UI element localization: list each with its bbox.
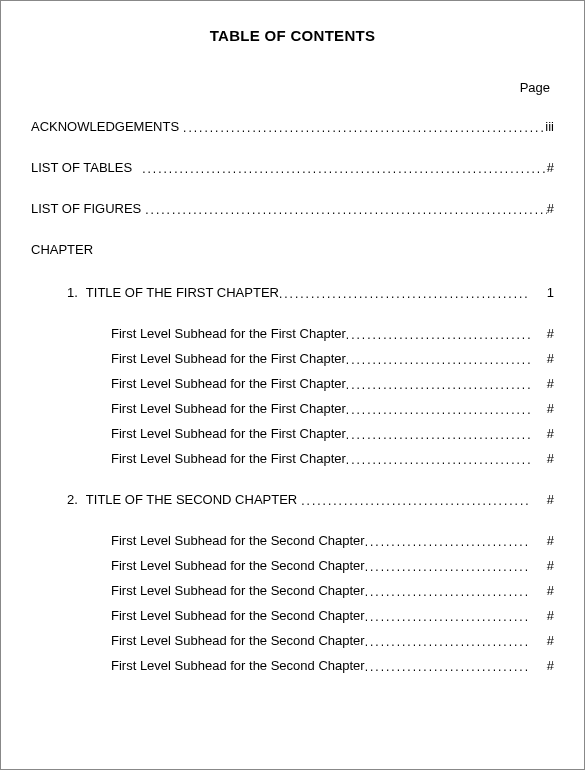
subhead-group: First Level Subhead for the First Chapte… (31, 326, 554, 466)
subhead-label: First Level Subhead for the Second Chapt… (111, 583, 365, 598)
subhead-label: First Level Subhead for the Second Chapt… (111, 533, 365, 548)
chapter-heading: CHAPTER (31, 242, 554, 257)
chapter-block: 2. TITLE OF THE SECOND CHAPTER # First L… (31, 492, 554, 673)
subhead-entry: First Level Subhead for the Second Chapt… (111, 533, 554, 548)
subhead-group: First Level Subhead for the Second Chapt… (31, 533, 554, 673)
subhead-entry: First Level Subhead for the Second Chapt… (111, 658, 554, 673)
toc-entry: LIST OF TABLES # (31, 160, 554, 175)
chapter-title: TITLE OF THE SECOND CHAPTER (86, 492, 297, 507)
dot-leader (365, 585, 530, 599)
subhead-page: # (530, 533, 554, 548)
dot-leader (346, 453, 530, 467)
dot-leader (365, 610, 530, 624)
subhead-page: # (530, 451, 554, 466)
subhead-label: First Level Subhead for the First Chapte… (111, 401, 346, 416)
subhead-label: First Level Subhead for the Second Chapt… (111, 558, 365, 573)
document-page: TABLE OF CONTENTS Page ACKNOWLEDGEMENTS … (0, 0, 585, 770)
chapter-title: TITLE OF THE FIRST CHAPTER (86, 285, 279, 300)
toc-entry-label: LIST OF TABLES (31, 160, 132, 175)
subhead-entry: First Level Subhead for the Second Chapt… (111, 558, 554, 573)
subhead-page: # (530, 658, 554, 673)
dot-leader (365, 560, 530, 574)
subhead-page: # (530, 558, 554, 573)
subhead-label: First Level Subhead for the First Chapte… (111, 451, 346, 466)
subhead-entry: First Level Subhead for the First Chapte… (111, 401, 554, 416)
subhead-label: First Level Subhead for the Second Chapt… (111, 658, 365, 673)
subhead-entry: First Level Subhead for the First Chapte… (111, 351, 554, 366)
page-column-label: Page (31, 80, 554, 95)
subhead-entry: First Level Subhead for the Second Chapt… (111, 583, 554, 598)
toc-entry: LIST OF FIGURES # (31, 201, 554, 216)
dot-leader (145, 203, 546, 217)
chapter-entry: 1. TITLE OF THE FIRST CHAPTER 1 (67, 285, 554, 300)
subhead-entry: First Level Subhead for the First Chapte… (111, 376, 554, 391)
toc-entry-page: iii (545, 119, 554, 134)
toc-entry-label: ACKNOWLEDGEMENTS (31, 119, 179, 134)
subhead-label: First Level Subhead for the First Chapte… (111, 376, 346, 391)
subhead-label: First Level Subhead for the First Chapte… (111, 426, 346, 441)
chapter-number: 2. (67, 492, 78, 507)
subhead-page: # (530, 426, 554, 441)
subhead-label: First Level Subhead for the First Chapte… (111, 351, 346, 366)
subhead-page: # (530, 633, 554, 648)
subhead-entry: First Level Subhead for the First Chapte… (111, 451, 554, 466)
dot-leader (183, 121, 545, 135)
subhead-page: # (530, 351, 554, 366)
frontmatter-section: ACKNOWLEDGEMENTS iii LIST OF TABLES # LI… (31, 119, 554, 216)
toc-entry-label: LIST OF FIGURES (31, 201, 141, 216)
chapter-number: 1. (67, 285, 78, 300)
dot-leader (346, 428, 530, 442)
subhead-entry: First Level Subhead for the Second Chapt… (111, 608, 554, 623)
dot-leader (365, 660, 530, 674)
dot-leader (346, 328, 530, 342)
dot-leader (365, 535, 530, 549)
subhead-page: # (530, 326, 554, 341)
dot-leader (346, 378, 530, 392)
dot-leader (142, 162, 547, 176)
toc-entry-page: # (547, 201, 554, 216)
dot-leader (279, 287, 530, 301)
dot-leader (365, 635, 530, 649)
subhead-label: First Level Subhead for the First Chapte… (111, 326, 346, 341)
chapter-block: 1. TITLE OF THE FIRST CHAPTER 1 First Le… (31, 285, 554, 466)
toc-entry-page: # (547, 160, 554, 175)
chapter-entry: 2. TITLE OF THE SECOND CHAPTER # (67, 492, 554, 507)
chapter-page: 1 (530, 285, 554, 300)
subhead-label: First Level Subhead for the Second Chapt… (111, 633, 365, 648)
dot-leader (301, 494, 530, 508)
toc-entry: ACKNOWLEDGEMENTS iii (31, 119, 554, 134)
chapter-page: # (530, 492, 554, 507)
subhead-label: First Level Subhead for the Second Chapt… (111, 608, 365, 623)
subhead-page: # (530, 401, 554, 416)
subhead-entry: First Level Subhead for the Second Chapt… (111, 633, 554, 648)
subhead-page: # (530, 376, 554, 391)
subhead-page: # (530, 583, 554, 598)
subhead-entry: First Level Subhead for the First Chapte… (111, 426, 554, 441)
dot-leader (346, 403, 530, 417)
subhead-entry: First Level Subhead for the First Chapte… (111, 326, 554, 341)
dot-leader (346, 353, 530, 367)
toc-title: TABLE OF CONTENTS (31, 27, 554, 44)
subhead-page: # (530, 608, 554, 623)
